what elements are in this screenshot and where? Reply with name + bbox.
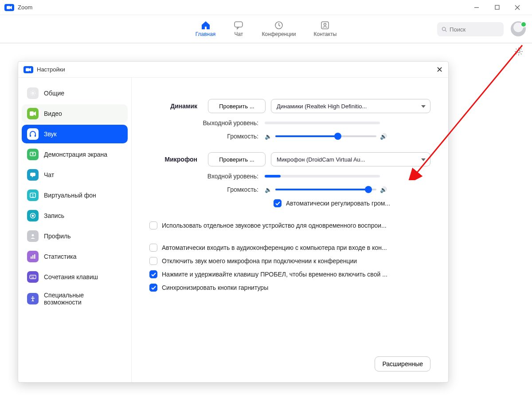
sidenav-audio[interactable]: Звук [22, 125, 128, 143]
tab-chat[interactable]: Чат [233, 20, 244, 37]
separate-device-checkbox[interactable] [149, 221, 157, 229]
auto-join-label: Автоматически входить в аудиоконференцию… [162, 244, 387, 251]
maximize-button[interactable] [487, 0, 507, 15]
sidenav-label: Демонстрация экрана [44, 151, 107, 158]
ptt-checkbox[interactable] [149, 270, 157, 278]
input-level-meter [265, 175, 380, 178]
clock-icon [274, 20, 284, 30]
sidenav-label: Специальные возможности [44, 292, 122, 306]
svg-rect-17 [35, 135, 36, 137]
dialog-zoom-icon [23, 66, 33, 73]
separate-device-row[interactable]: Использовать отдельное звуковое устройст… [132, 219, 430, 232]
sidenav-accessibility[interactable]: Специальные возможности [22, 288, 128, 309]
tab-contacts[interactable]: Контакты [313, 20, 336, 37]
tab-meetings[interactable]: Конференции [262, 20, 296, 37]
auto-volume-checkbox[interactable] [274, 199, 282, 207]
svg-rect-0 [7, 6, 10, 9]
mic-volume-slider[interactable] [275, 189, 376, 190]
chat-icon [233, 20, 244, 30]
virtual-bg-icon [27, 190, 39, 201]
accessibility-icon [27, 293, 39, 304]
svg-point-11 [517, 50, 520, 53]
svg-point-24 [32, 234, 34, 237]
chat-bubble-icon [27, 169, 39, 181]
tab-home[interactable]: Главная [196, 20, 216, 37]
speaker-device-select[interactable]: Динамики (Realtek High Definitio... [271, 99, 430, 113]
sidenav-keys[interactable]: Сочетания клавиш [22, 268, 128, 286]
sidenav-label: Профиль [44, 233, 70, 240]
sidenav-label: Чат [44, 171, 54, 178]
test-mic-button[interactable]: Проверить ... [208, 152, 266, 166]
auto-volume-row[interactable]: Автоматически регулировать гром... [132, 197, 430, 210]
speaker-row: Динамик Проверить ... Динамики (Realtek … [132, 99, 430, 113]
sync-headset-label: Синхронизировать кнопки гарнитуры [162, 284, 268, 291]
output-level-meter [265, 122, 380, 124]
settings-gear-button[interactable] [514, 47, 523, 56]
app-title: Zoom [18, 4, 32, 11]
ptt-row[interactable]: Нажмите и удерживайте клавишу ПРОБЕЛ, чт… [132, 268, 430, 281]
mute-on-join-checkbox[interactable] [149, 257, 157, 265]
sidenav-share[interactable]: Демонстрация экрана [22, 145, 128, 164]
sidenav-label: Сочетания клавиш [44, 273, 98, 280]
advanced-button[interactable]: Расширенные [375, 356, 430, 371]
tab-contacts-label: Контакты [313, 31, 336, 37]
svg-point-31 [33, 276, 34, 277]
search-input[interactable] [450, 26, 499, 33]
search-box[interactable] [437, 22, 504, 36]
auto-join-checkbox[interactable] [149, 244, 157, 252]
svg-point-9 [442, 27, 445, 30]
video-icon [27, 108, 39, 119]
sidenav-label: Общие [44, 90, 64, 97]
svg-rect-2 [495, 5, 499, 9]
dialog-close-button[interactable]: ✕ [436, 65, 443, 75]
close-button[interactable] [507, 0, 528, 15]
mic-device-select[interactable]: Микрофон (DroidCam Virtual Au... [271, 152, 430, 166]
dialog-title: Настройки [37, 66, 65, 73]
svg-rect-12 [26, 68, 29, 71]
avatar[interactable] [511, 21, 526, 36]
test-speaker-button[interactable]: Проверить ... [208, 99, 266, 113]
mute-on-join-row[interactable]: Отключить звук моего микрофона при подкл… [132, 254, 430, 268]
settings-sidenav: Общие Видео Звук Демонстрация экрана Чат… [18, 78, 132, 382]
speaker-volume-slider[interactable] [275, 135, 376, 137]
input-level-row: Входной уровень: [132, 173, 430, 180]
mic-high-icon: 🔊 [380, 186, 387, 193]
sync-headset-checkbox[interactable] [149, 284, 157, 292]
svg-point-29 [31, 276, 31, 277]
sidenav-chat[interactable]: Чат [22, 166, 128, 184]
sidenav-label: Видео [44, 110, 62, 117]
sync-headset-row[interactable]: Синхронизировать кнопки гарнитуры [132, 281, 430, 294]
output-level-label: Выходной уровень: [149, 119, 265, 126]
mic-title: Микрофон [149, 156, 203, 163]
svg-rect-16 [30, 135, 31, 137]
auto-join-row[interactable]: Автоматически входить в аудиоконференцию… [132, 241, 430, 254]
svg-point-13 [32, 92, 34, 94]
mic-volume-label: Громкость: [149, 186, 265, 193]
tab-chat-label: Чат [234, 31, 243, 37]
svg-rect-27 [34, 254, 35, 259]
sidenav-general[interactable]: Общие [22, 84, 128, 103]
sidenav-rec[interactable]: Запись [22, 206, 128, 225]
auto-volume-label: Автоматически регулировать гром... [286, 200, 390, 207]
mic-volume-row: Громкость: 🔈 🔊 [132, 186, 430, 193]
minimize-button[interactable] [466, 0, 487, 15]
speaker-title: Динамик [149, 103, 203, 110]
sidenav-label: Звук [44, 130, 57, 138]
speaker-high-icon: 🔊 [380, 133, 387, 140]
sidenav-stats[interactable]: Статистика [22, 247, 128, 266]
sidenav-vbg[interactable]: Виртуальный фон [22, 186, 128, 205]
sidenav-label: Виртуальный фон [44, 192, 96, 199]
svg-rect-26 [32, 255, 34, 259]
stats-icon [27, 251, 39, 262]
window-controls [466, 0, 528, 15]
svg-point-30 [32, 276, 33, 277]
dialog-header: Настройки ✕ [18, 62, 448, 78]
mic-row: Микрофон Проверить ... Микрофон (DroidCa… [132, 152, 430, 166]
svg-rect-15 [30, 111, 34, 116]
sidenav-profile[interactable]: Профиль [22, 227, 128, 245]
svg-rect-32 [31, 277, 34, 278]
svg-point-8 [324, 24, 326, 26]
speaker-volume-row: Громкость: 🔈 🔊 [132, 133, 430, 140]
sidenav-video[interactable]: Видео [22, 104, 128, 123]
mic-low-icon: 🔈 [265, 186, 272, 193]
